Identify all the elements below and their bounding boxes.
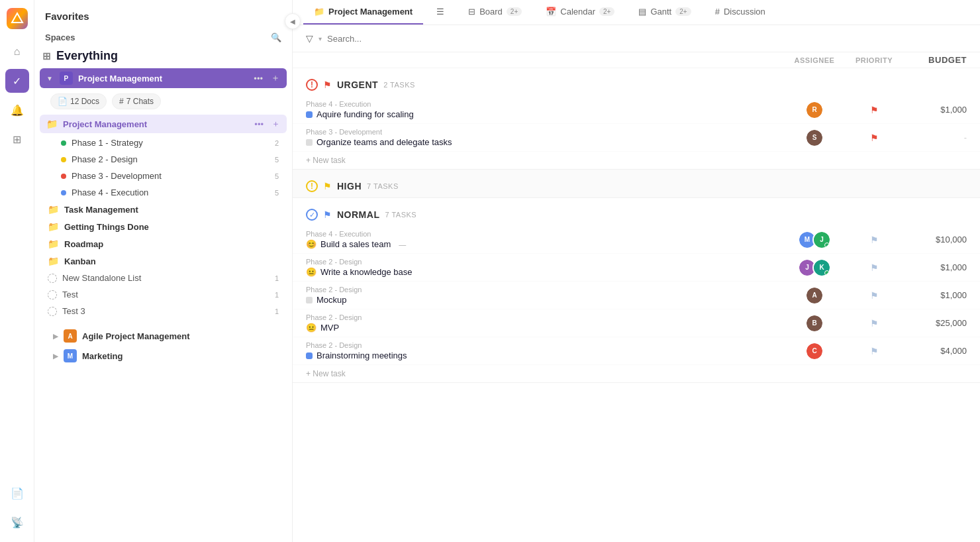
section-header-urgent[interactable]: ! ⚑ URGENT 2 TASKS [293,68,980,96]
task-row[interactable]: Phase 2 - Design Mockup A ⚑ [293,282,980,309]
standalone-list-item[interactable]: New Standalone List 1 [40,270,287,286]
project-management-list[interactable]: 📁 Project Management ••• ＋ [40,115,287,133]
phase-item[interactable]: Phase 2 - Design 5 [40,151,287,168]
tasks-nav-icon[interactable]: ✓ [5,69,29,93]
section-title-high: HIGH [337,181,362,191]
pm-add-icon[interactable]: ＋ [271,118,280,130]
filter-icon[interactable]: ▽ [306,33,313,44]
everything-item[interactable]: ⊞ Everything [34,45,292,67]
standalone-list-item[interactable]: Test 1 [40,286,287,303]
broadcast-nav-icon[interactable]: 📡 [5,510,29,534]
task-row[interactable]: Phase 3 - Development Organize teams and… [293,124,980,152]
tab-project-management[interactable]: 📁 Project Management [303,0,423,25]
section-collapse-icon[interactable]: ! [306,79,318,91]
folder-roadmap[interactable]: 📁 Roadmap [40,235,287,252]
standalone-label: Test [62,290,78,299]
section-header-normal[interactable]: ✓ ⚑ NORMAL 7 TASKS [293,198,980,226]
priority-col-header: PRIORITY [848,55,901,65]
tab-calendar-badge: 2+ [599,7,614,16]
sidebar-collapse-btn[interactable]: ◀ [285,13,301,29]
tab-calendar-label: Calendar [560,7,595,17]
assignee-col: J K [781,258,848,277]
tab-board-icon: ⊟ [468,7,475,17]
bell-nav-icon[interactable]: 🔔 [5,98,29,122]
space-item-marketing[interactable]: ▶ M Marketing [45,346,281,366]
new-task-btn-normal[interactable]: + New task [293,365,980,382]
spaces-search-icon[interactable]: 🔍 [271,32,281,42]
phase-item[interactable]: Phase 1 - Strategy 2 [40,135,287,151]
docs-chip[interactable]: 📄 12 Docs [50,93,107,109]
docs-icon: 📄 [58,97,68,106]
tab-calendar[interactable]: 📅 Calendar 2+ [535,0,625,25]
everything-label: Everything [56,49,118,63]
home-nav-icon[interactable]: ⌂ [5,40,29,64]
space-name: Agile Project Management [82,331,190,341]
phase-item[interactable]: Phase 4 - Execution 5 [40,184,287,201]
space-item-agile-project-management[interactable]: ▶ A Agile Project Management [45,326,281,346]
task-row[interactable]: Phase 4 - Execution 😊 Build a sales team… [293,226,980,254]
chats-icon: # [119,97,124,106]
grid-nav-icon[interactable]: ⊞ [5,127,29,151]
section-count-high: 7 TASKS [367,182,399,190]
task-row[interactable]: Phase 4 - Execution Aquire funding for s… [293,96,980,124]
tab-board-badge: 2+ [507,7,522,16]
priority-col: ⚑ [848,290,901,301]
space-item-project-management[interactable]: ▼ P Project Management ••• ＋ [40,68,287,88]
section-collapse-icon[interactable]: ✓ [306,209,318,221]
search-input[interactable] [327,34,460,44]
assignee-col-header: ASSIGNEE [781,55,848,65]
standalone-count: 1 [275,307,279,315]
chats-chip[interactable]: # 7 Chats [112,93,161,109]
task-left: Phase 2 - Design Mockup [306,286,781,305]
phase-item[interactable]: Phase 3 - Development 5 [40,168,287,184]
tab-gantt-icon: ▤ [638,7,646,17]
budget-value: $1,000 [940,262,967,272]
new-task-btn-urgent[interactable]: + New task [293,152,980,169]
section-collapse-icon[interactable]: ! [306,180,318,192]
tab-board[interactable]: ⊟ Board 2+ [458,0,532,25]
chats-count: 7 Chats [126,97,154,106]
tab-pm-label: Project Management [328,7,413,17]
app-logo[interactable] [7,8,28,29]
avatar-img: S [807,130,822,146]
everything-icon: ⊞ [42,50,51,62]
avatar-img: A [807,288,822,303]
filter-dropdown-icon[interactable]: ▾ [318,35,322,42]
task-left: Phase 4 - Execution Aquire funding for s… [306,100,781,119]
section-header-high[interactable]: ! ⚑ HIGH 7 TASKS [293,170,980,197]
space-add-icon[interactable]: ＋ [271,72,280,84]
spaces-label: Spaces [45,32,75,42]
assignee-col: B [781,314,848,333]
tab-gantt-label: Gantt [650,7,671,17]
task-row[interactable]: Phase 2 - Design 😐 Write a knowledge bas… [293,254,980,282]
task-area: ! ⚑ URGENT 2 TASKS Phase 4 - Execution A… [293,68,980,542]
task-row[interactable]: Phase 2 - Design Brainstorming meetings … [293,337,980,365]
budget-col: $25,000 [901,318,967,328]
budget-col: $4,000 [901,346,967,356]
tab-discussion-label: Discussion [724,7,765,17]
standalone-list-item[interactable]: Test 3 1 [40,303,287,319]
folder-task-management[interactable]: 📁 Task Management [40,201,287,218]
space-more-icon[interactable]: ••• [254,74,263,83]
budget-value: $1,000 [940,105,967,115]
tab-gantt[interactable]: ▤ Gantt 2+ [628,0,701,25]
task-name: Aquire funding for scaling [306,109,781,119]
task-row[interactable]: Phase 2 - Design 😐 MVP B ⚑ [293,309,980,337]
folder-kanban[interactable]: 📁 Kanban [40,252,287,270]
avatar: J [812,231,831,249]
folder-label-rm: Roadmap [64,239,103,249]
tab-discussion[interactable]: # Discussion [705,0,776,25]
task-phase: Phase 4 - Execution [306,100,781,108]
pm-more-icon[interactable]: ••• [254,119,264,129]
budget-col: $10,000 [901,235,967,244]
favorites-label: Favorites [45,11,89,22]
task-phase: Phase 3 - Development [306,128,781,136]
tab-list[interactable]: ☰ [426,0,455,25]
doc-nav-icon[interactable]: 📄 [5,481,29,505]
docs-chats-row: 📄 12 Docs # 7 Chats [40,88,287,115]
task-name-text: Build a sales team [320,239,391,249]
task-status-dot-empty [306,297,313,303]
task-left: Phase 2 - Design 😐 Write a knowledge bas… [306,258,781,277]
budget-dash: - [964,133,967,142]
folder-getting-things-done[interactable]: 📁 Getting Things Done [40,218,287,235]
